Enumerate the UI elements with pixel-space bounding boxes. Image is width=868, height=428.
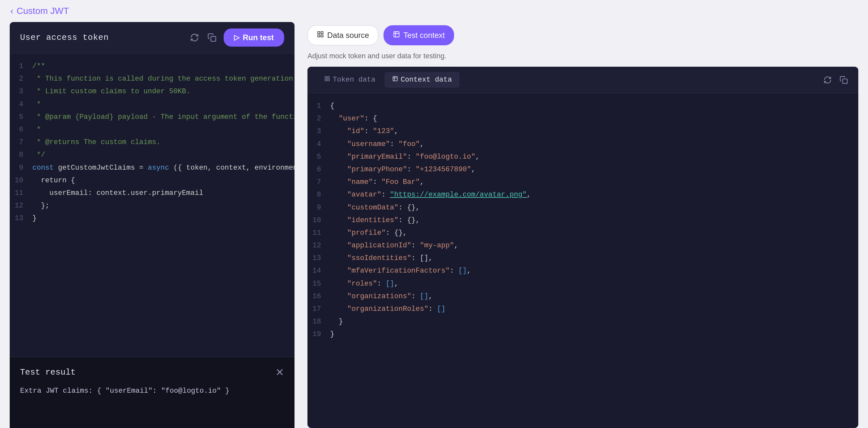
line-content: /** — [32, 61, 294, 72]
line-number: 5 — [10, 111, 32, 123]
back-arrow-icon[interactable]: ‹ — [10, 6, 13, 16]
token: : — [381, 191, 390, 199]
line-content: "id": "123", — [330, 126, 858, 137]
token: * Limit custom claims to under 50KB. — [32, 87, 190, 95]
token: : — [429, 305, 437, 313]
right-panel: Data sourceTest context Adjust mock toke… — [294, 22, 868, 428]
svg-rect-5 — [325, 77, 327, 78]
context-copy-button[interactable] — [838, 74, 849, 86]
context-code[interactable]: 1{2 "user": {3 "id": "123",4 "username":… — [307, 93, 858, 428]
token: "foo" — [398, 140, 420, 148]
token: "123" — [373, 127, 394, 135]
code-line: 10 "identities": {}, — [307, 214, 858, 226]
line-number: 12 — [10, 200, 32, 211]
line-content: "primaryPhone": "+1234567890", — [330, 164, 858, 175]
token: : — [411, 292, 420, 300]
context-editor: Token dataContext data — [307, 67, 858, 428]
token: : — [407, 153, 415, 161]
token: : — [373, 178, 381, 186]
line-number: 14 — [307, 265, 330, 276]
token: getCustomJwtClaims — [58, 164, 135, 172]
line-content: } — [330, 329, 858, 340]
line-content: "user": { — [330, 113, 858, 124]
code-editor-panel: User access token — [10, 22, 294, 428]
token: : {}, — [398, 216, 420, 224]
code-line: 8 */ — [10, 149, 294, 161]
context-tabs: Token dataContext data — [316, 72, 460, 88]
line-number: 12 — [307, 240, 330, 251]
data-source-icon — [317, 31, 324, 40]
line-number: 10 — [307, 215, 330, 226]
ctx-tab-context-data[interactable]: Context data — [384, 72, 460, 88]
line-number: 7 — [10, 136, 32, 148]
code-line: 14 "mfaVerificationFactors": [], — [307, 265, 858, 277]
code-line: 6 * — [10, 123, 294, 136]
line-number: 6 — [307, 164, 330, 175]
top-bar: ‹ Custom JWT — [0, 0, 868, 22]
token: { — [330, 102, 334, 110]
token: * @param {Payload} payload - The input a… — [32, 113, 294, 121]
line-number: 7 — [307, 177, 330, 188]
data-source-label: Data source — [327, 31, 369, 40]
token: "primaryEmail" — [330, 153, 407, 161]
line-content: * @returns The custom claims. — [32, 136, 294, 148]
code-line: 10 return { — [10, 174, 294, 187]
line-content: "primaryEmail": "foo@logto.io", — [330, 151, 858, 162]
line-content: * — [32, 99, 294, 110]
context-data-ctx-label: Context data — [401, 76, 452, 84]
token: [] — [437, 305, 445, 313]
token: * @returns The custom claims. — [32, 138, 160, 146]
close-test-result-button[interactable]: ✕ — [275, 366, 284, 378]
token: * — [32, 126, 41, 134]
context-refresh-button[interactable] — [822, 74, 833, 86]
token: * — [32, 100, 41, 109]
token: "username" — [330, 140, 390, 148]
token-data-ctx-label: Token data — [333, 76, 375, 84]
code-line: 1{ — [307, 100, 858, 112]
line-number: 16 — [307, 291, 330, 302]
line-number: 4 — [10, 99, 32, 110]
ctx-tab-token-data[interactable]: Token data — [316, 72, 383, 88]
token: */ — [32, 151, 45, 159]
svg-rect-4 — [321, 35, 323, 37]
context-data-ctx-icon — [392, 76, 398, 84]
svg-rect-9 — [843, 79, 847, 83]
editor-header: User access token — [10, 22, 294, 54]
test-result-title: Test result — [20, 367, 76, 377]
test-context-label: Test context — [403, 31, 445, 40]
token: [] — [420, 292, 428, 300]
line-number: 18 — [307, 316, 330, 327]
token: "organizationRoles" — [330, 305, 429, 313]
line-number: 10 — [10, 175, 32, 186]
token: } — [330, 330, 334, 338]
tab-test-context[interactable]: Test context — [383, 25, 454, 45]
line-number: 9 — [10, 162, 32, 174]
refresh-button[interactable] — [189, 32, 200, 43]
code-line: 19} — [307, 328, 858, 341]
token: "identities" — [330, 216, 398, 224]
line-content: * Limit custom claims to under 50KB. — [32, 86, 294, 97]
copy-button[interactable] — [206, 32, 218, 43]
code-line: 3 "id": "123", — [307, 125, 858, 137]
line-content: userEmail: context.user.primaryEmail — [32, 187, 294, 199]
line-content: "name": "Foo Bar", — [330, 177, 858, 188]
token: * This function is called during the acc… — [32, 75, 294, 83]
token: : — [411, 242, 420, 250]
code-line: 13} — [10, 212, 294, 225]
code-editor[interactable]: 1/**2 * This function is called during t… — [10, 54, 294, 357]
token: : — [390, 140, 398, 148]
token: "applicationId" — [330, 242, 411, 250]
tab-data-source[interactable]: Data source — [307, 25, 378, 45]
code-line: 5 "primaryEmail": "foo@logto.io", — [307, 151, 858, 163]
code-line: 9const getCustomJwtClaims = async ({ tok… — [10, 161, 294, 174]
token: , — [394, 280, 398, 288]
line-content: "roles": [], — [330, 278, 858, 289]
line-content: { — [330, 100, 858, 112]
token: [] — [458, 267, 467, 275]
token: : { — [364, 115, 377, 123]
token: , — [420, 178, 424, 186]
run-test-button[interactable]: ▷ Run test — [224, 29, 284, 47]
code-line: 17 "organizationRoles": [] — [307, 303, 858, 315]
line-number: 3 — [10, 86, 32, 97]
play-icon: ▷ — [234, 33, 240, 42]
